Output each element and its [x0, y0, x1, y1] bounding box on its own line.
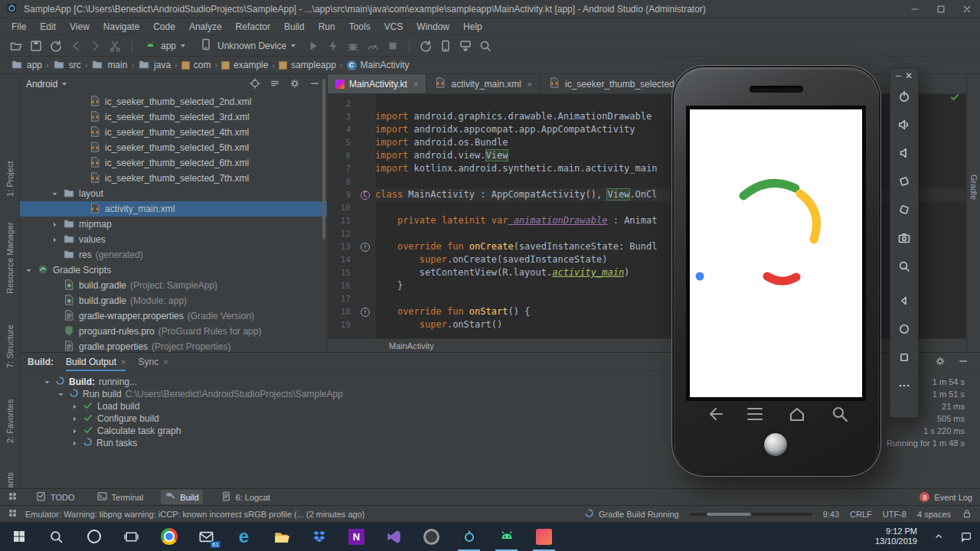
- menu-help[interactable]: Help: [456, 21, 489, 32]
- tab-close-icon[interactable]: ×: [121, 357, 126, 367]
- tab-close-icon[interactable]: ×: [163, 357, 168, 367]
- status-message[interactable]: Emulator: Warning: libpng warning: iCCP:…: [25, 510, 364, 519]
- emulator-minimize-icon[interactable]: –: [896, 70, 901, 81]
- hidden-icons-chevron[interactable]: [925, 522, 952, 551]
- tree-item-ic-seeker-thumb-selected-3rd-xml[interactable]: ic_seeker_thumb_selected_3rd.xml: [20, 109, 327, 125]
- android-emulator-icon[interactable]: [488, 522, 525, 551]
- tree-item-gradle-scripts[interactable]: Gradle Scripts: [20, 262, 327, 278]
- menu-vcs[interactable]: VCS: [377, 21, 410, 32]
- line-ending-indicator[interactable]: CRLF: [850, 510, 872, 519]
- tool-window-build[interactable]: Build: [161, 490, 202, 504]
- run-configuration-dropdown[interactable]: app: [139, 37, 191, 54]
- file-explorer-icon[interactable]: [263, 522, 300, 551]
- breadcrumb-java[interactable]: java: [135, 58, 174, 73]
- device-dropdown[interactable]: Unknown Device: [193, 37, 302, 54]
- visual-studio-icon[interactable]: [375, 522, 413, 551]
- tree-item-ic-seeker-thumb-selected-2nd-xml[interactable]: ic_seeker_thumb_selected_2nd.xml: [20, 94, 327, 109]
- menu-edit[interactable]: Edit: [33, 21, 63, 32]
- emulator-nav-home-icon[interactable]: [891, 315, 917, 343]
- tree-item-ic-seeker-thumb-selected-7th-xml[interactable]: ic_seeker_thumb_selected_7th.xml: [20, 171, 327, 186]
- project-scrollbar[interactable]: [322, 79, 325, 240]
- debug-icon[interactable]: [343, 37, 363, 55]
- sync-icon[interactable]: [46, 37, 66, 55]
- breadcrumb-src[interactable]: src: [50, 58, 84, 73]
- tool-window-terminal[interactable]: Terminal: [93, 490, 148, 504]
- project-view-selector[interactable]: Android: [26, 79, 57, 90]
- forward-icon[interactable]: [86, 37, 106, 55]
- tool-window-6-logcat[interactable]: 6: Logcat: [217, 490, 274, 504]
- override-marker-icon[interactable]: ↑: [361, 308, 370, 317]
- tab-activity-main-xml[interactable]: activity_main.xml×: [426, 74, 541, 93]
- breadcrumb-main[interactable]: main: [88, 58, 130, 73]
- locate-icon[interactable]: [249, 77, 261, 92]
- indent-indicator[interactable]: 4 spaces: [917, 510, 951, 519]
- apply-changes-icon[interactable]: [323, 37, 343, 55]
- notification-center-icon[interactable]: [952, 522, 980, 551]
- breadcrumb-example[interactable]: example: [218, 60, 271, 70]
- android-emulator-window[interactable]: [674, 67, 879, 474]
- phone-trackball[interactable]: [764, 433, 787, 456]
- emulator-nav-back-icon[interactable]: [891, 286, 917, 315]
- tree-item-activity-main-xml[interactable]: activity_main.xml: [20, 201, 327, 217]
- tool-button-2-favorites[interactable]: 2: Favorites: [0, 390, 19, 452]
- menu-code[interactable]: Code: [146, 21, 182, 32]
- open-icon[interactable]: [6, 37, 26, 55]
- sync-project-icon[interactable]: [416, 37, 436, 55]
- camera-app-icon[interactable]: [413, 522, 450, 551]
- menu-run[interactable]: Run: [312, 21, 342, 32]
- encoding-indicator[interactable]: UTF-8: [883, 510, 906, 519]
- build-tab-sync[interactable]: Sync×: [138, 353, 168, 371]
- search-icon[interactable]: [38, 522, 75, 551]
- avd-manager-icon[interactable]: [436, 37, 456, 55]
- chevron-right-icon[interactable]: [51, 236, 59, 244]
- class-marker-icon[interactable]: C: [361, 191, 370, 200]
- menu-build[interactable]: Build: [277, 21, 312, 32]
- emulator-screenshot-icon[interactable]: [891, 223, 917, 252]
- menu-file[interactable]: File: [5, 21, 33, 32]
- event-log-button[interactable]: 8 Event Log: [920, 492, 972, 502]
- tool-button-gradle[interactable]: Gradle: [967, 165, 980, 210]
- menu-navigate[interactable]: Navigate: [96, 21, 146, 32]
- collapse-icon[interactable]: [269, 77, 281, 92]
- emulator-volume-up-icon[interactable]: [891, 110, 917, 139]
- sdk-manager-icon[interactable]: [456, 37, 475, 55]
- task-view-icon[interactable]: [113, 522, 150, 551]
- breadcrumb-sampleapp[interactable]: sampleapp: [276, 60, 339, 70]
- gear-icon[interactable]: [289, 77, 301, 92]
- tree-item-layout[interactable]: layout: [20, 186, 327, 201]
- code-analysis-ok-icon[interactable]: [949, 92, 960, 105]
- override-marker-icon[interactable]: ↑: [361, 243, 370, 252]
- menu-tools[interactable]: Tools: [342, 21, 377, 32]
- close-button[interactable]: [954, 0, 980, 18]
- tool-window-todo[interactable]: TODO: [31, 490, 79, 504]
- stop-icon[interactable]: [383, 37, 403, 55]
- menu-analyze[interactable]: Analyze: [182, 21, 229, 32]
- tree-item-res[interactable]: res (generated): [20, 247, 327, 262]
- chevron-down-icon[interactable]: [57, 390, 65, 399]
- emulator-screen[interactable]: [690, 109, 862, 397]
- run-icon[interactable]: [303, 37, 323, 55]
- tree-item-gradle-properties[interactable]: gradle.properties (Project Properties): [20, 339, 327, 352]
- tab-mainactivity-kt[interactable]: MainActivity.kt×: [328, 74, 426, 93]
- chevron-right-icon[interactable]: [70, 403, 79, 411]
- emulator-rotate-left-icon[interactable]: [891, 167, 917, 195]
- emulator-more-icon[interactable]: [891, 371, 917, 399]
- status-grid-icon[interactable]: [8, 508, 18, 520]
- edge-icon[interactable]: e: [225, 522, 263, 551]
- profile-icon[interactable]: [363, 37, 383, 55]
- menu-window[interactable]: Window: [410, 21, 456, 32]
- chevron-down-icon[interactable]: [51, 190, 59, 198]
- minimize-button[interactable]: [902, 0, 928, 18]
- menu-refactor[interactable]: Refactor: [229, 21, 277, 32]
- tree-item-ic-seeker-thumb-selected-5th-xml[interactable]: ic_seeker_thumb_selected_5th.xml: [20, 140, 327, 155]
- start-icon[interactable]: [0, 522, 38, 551]
- tree-item-build-gradle[interactable]: build.gradle (Module: app): [20, 293, 327, 308]
- android-studio-icon[interactable]: [450, 522, 488, 551]
- caret-position[interactable]: 9:43: [823, 510, 839, 519]
- tree-item-ic-seeker-thumb-selected-6th-xml[interactable]: ic_seeker_thumb_selected_6th.xml: [20, 155, 327, 171]
- chevron-right-icon[interactable]: [70, 415, 79, 423]
- taskbar-clock[interactable]: 9:12 PM 13/10/2019: [867, 527, 925, 546]
- tool-button-7-structure[interactable]: 7: Structure: [0, 313, 19, 380]
- dropbox-icon[interactable]: [300, 522, 338, 551]
- back-icon[interactable]: [66, 37, 86, 55]
